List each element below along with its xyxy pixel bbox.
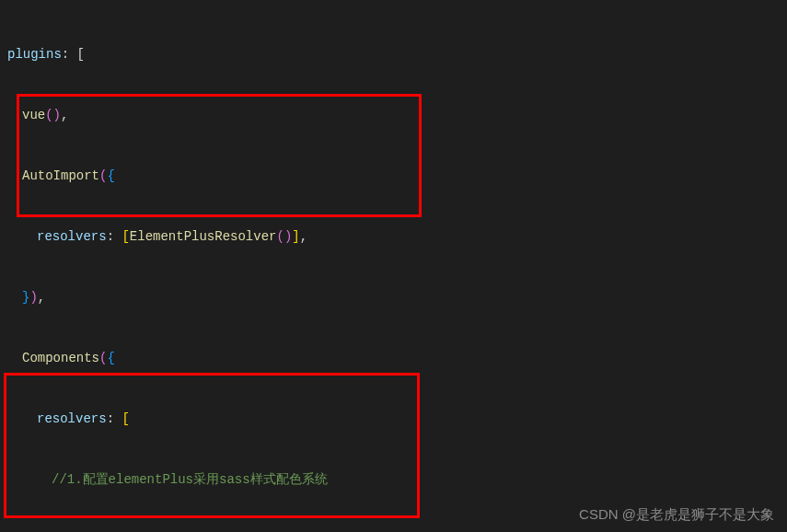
watermark: CSDN @是老虎是狮子不是大象 bbox=[579, 504, 774, 525]
code-line: plugins: [ bbox=[0, 44, 787, 64]
code-line: resolvers: [ bbox=[0, 409, 787, 429]
code-line: AutoImport({ bbox=[0, 166, 787, 186]
code-editor[interactable]: plugins: [ vue(), AutoImport({ resolvers… bbox=[0, 0, 787, 532]
code-line: Components({ bbox=[0, 348, 787, 368]
code-line: vue(), bbox=[0, 105, 787, 125]
code-line: //1.配置elementPlus采用sass样式配色系统 bbox=[0, 469, 787, 490]
code-line: resolvers: [ElementPlusResolver()], bbox=[0, 226, 787, 247]
code-line: }), bbox=[0, 287, 787, 307]
